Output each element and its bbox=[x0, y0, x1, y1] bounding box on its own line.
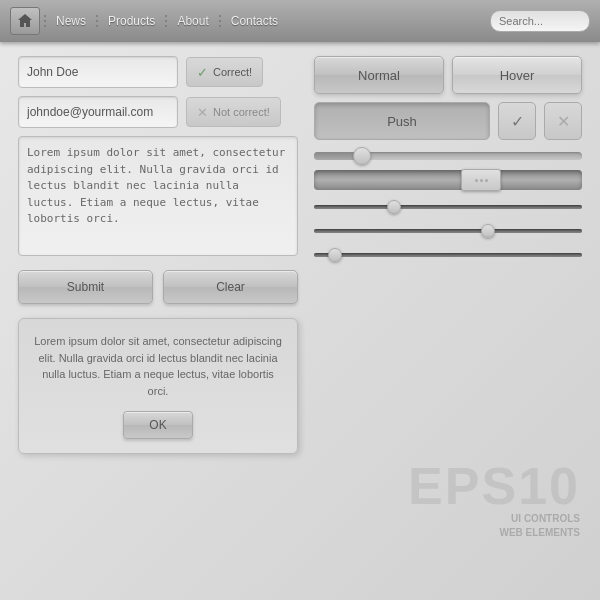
search-input[interactable] bbox=[490, 10, 590, 32]
nav-divider-4 bbox=[219, 15, 221, 27]
slider-5-track[interactable] bbox=[314, 253, 582, 257]
slider-4-container bbox=[314, 224, 582, 238]
submit-button[interactable]: Submit bbox=[18, 270, 153, 304]
hover-button[interactable]: Hover bbox=[452, 56, 582, 94]
name-input[interactable] bbox=[18, 56, 178, 88]
slider-1-track[interactable] bbox=[314, 152, 582, 160]
eps-subtitle-line2: WEB ELEMENTS bbox=[408, 526, 580, 540]
checkmark-icon: ✓ bbox=[511, 112, 524, 131]
navbar: News Products About Contacts bbox=[0, 0, 600, 42]
slider-3-thumb[interactable] bbox=[387, 200, 401, 214]
nav-item-about[interactable]: About bbox=[171, 14, 214, 28]
dialog-text: Lorem ipsum dolor sit amet, consectetur … bbox=[33, 333, 283, 399]
dialog-box: Lorem ipsum dolor sit amet, consectetur … bbox=[18, 318, 298, 454]
slider-5-thumb[interactable] bbox=[328, 248, 342, 262]
slider-3-container bbox=[314, 200, 582, 214]
slider-4-thumb[interactable] bbox=[481, 224, 495, 238]
slider-2-wide[interactable] bbox=[314, 170, 582, 190]
check-icon-button[interactable]: ✓ bbox=[498, 102, 536, 140]
close-icon: ✕ bbox=[557, 112, 570, 131]
x-icon: ✕ bbox=[197, 105, 208, 120]
slider-1-thumb[interactable] bbox=[353, 147, 371, 165]
textarea-wrapper: Lorem ipsum dolor sit amet, consectetur … bbox=[18, 136, 298, 260]
nav-item-contacts[interactable]: Contacts bbox=[225, 14, 284, 28]
nav-divider-3 bbox=[165, 15, 167, 27]
nav-divider-2 bbox=[96, 15, 98, 27]
main-textarea[interactable]: Lorem ipsum dolor sit amet, consectetur … bbox=[18, 136, 298, 256]
name-input-row: ✓ Correct! bbox=[18, 56, 298, 88]
incorrect-label: Not correct! bbox=[213, 106, 270, 118]
right-panel: Normal Hover Push ✓ ✕ bbox=[314, 56, 582, 454]
x-icon-button[interactable]: ✕ bbox=[544, 102, 582, 140]
grip-dot-2 bbox=[480, 179, 483, 182]
main-content: ✓ Correct! ✕ Not correct! Lorem ipsum do… bbox=[0, 42, 600, 468]
eps-watermark: EPS10 UI CONTROLS WEB ELEMENTS bbox=[408, 460, 580, 540]
slider-2-thumb[interactable] bbox=[461, 169, 501, 191]
nav-divider-1 bbox=[44, 15, 46, 27]
form-button-row: Submit Clear bbox=[18, 270, 298, 304]
slider-5-container bbox=[314, 248, 582, 262]
email-input-row: ✕ Not correct! bbox=[18, 96, 298, 128]
clear-button[interactable]: Clear bbox=[163, 270, 298, 304]
slider-4-track[interactable] bbox=[314, 229, 582, 233]
eps-text: EPS10 bbox=[408, 460, 580, 512]
nav-item-products[interactable]: Products bbox=[102, 14, 161, 28]
home-button[interactable] bbox=[10, 7, 40, 35]
correct-button[interactable]: ✓ Correct! bbox=[186, 57, 263, 87]
left-panel: ✓ Correct! ✕ Not correct! Lorem ipsum do… bbox=[18, 56, 298, 454]
normal-button[interactable]: Normal bbox=[314, 56, 444, 94]
correct-label: Correct! bbox=[213, 66, 252, 78]
grip-dot-1 bbox=[475, 179, 478, 182]
check-icon: ✓ bbox=[197, 65, 208, 80]
nav-item-news[interactable]: News bbox=[50, 14, 92, 28]
incorrect-button[interactable]: ✕ Not correct! bbox=[186, 97, 281, 127]
email-input[interactable] bbox=[18, 96, 178, 128]
home-icon bbox=[17, 13, 33, 29]
ok-button[interactable]: OK bbox=[123, 411, 193, 439]
slider-3-track[interactable] bbox=[314, 205, 582, 209]
slider-1-container bbox=[314, 152, 582, 160]
grip-dot-3 bbox=[485, 179, 488, 182]
push-button[interactable]: Push bbox=[314, 102, 490, 140]
sliders-section bbox=[314, 152, 582, 262]
